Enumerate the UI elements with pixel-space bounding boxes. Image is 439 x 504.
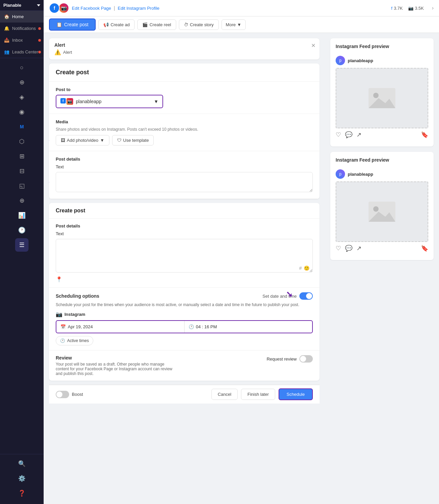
text-input-top[interactable]	[56, 172, 313, 192]
create-post-label: Create post	[64, 22, 88, 27]
finish-later-button[interactable]: Finish later	[241, 389, 275, 400]
sidebar-icon-5[interactable]: ⬡	[15, 135, 29, 148]
create-reel-button[interactable]: 🎬 Create reel	[137, 19, 176, 30]
more-button[interactable]: More ▼	[222, 19, 246, 30]
set-date-time-toggle[interactable]	[299, 292, 313, 300]
sidebar-icon-help[interactable]: ❓	[15, 487, 29, 500]
megaphone-icon: 📢	[103, 22, 109, 27]
sidebar-logo[interactable]: Planable	[0, 0, 44, 11]
sidebar-icon-meta[interactable]: M	[15, 120, 29, 133]
sidebar-icon-8[interactable]: ◱	[15, 179, 29, 193]
content-area: Alert ⚠️ Alert ✕ Create post Post to	[44, 33, 439, 504]
story-icon: ⏱	[184, 22, 188, 27]
date-time-row: 📅 Apr 19, 2024 🕐 04 : 16 PM	[56, 320, 313, 333]
add-photo-label: Add photo/video	[67, 138, 98, 143]
chevron-down-icon	[37, 4, 40, 6]
create-story-label: Create story	[190, 22, 214, 27]
photo-icon: 🖼	[61, 138, 65, 143]
app-name: Planable	[3, 3, 21, 8]
platform-row: 📷 Instagram	[56, 311, 313, 318]
emoji-icon[interactable]: 🙂	[304, 265, 309, 271]
create-post-icon: 📋	[56, 22, 62, 27]
boost-toggle[interactable]	[56, 391, 69, 398]
hashtag-icon[interactable]: #	[299, 265, 302, 271]
create-story-button[interactable]: ⏱ Create story	[179, 19, 219, 30]
alert-close-button[interactable]: ✕	[311, 42, 315, 49]
ig-username-bottom: planableapp	[348, 172, 373, 177]
sidebar-item-inbox[interactable]: 📥 Inbox	[0, 34, 44, 46]
sidebar-item-leads[interactable]: 👥 Leads Center	[0, 46, 44, 58]
use-template-button[interactable]: 🛡 Use template	[112, 135, 154, 145]
boost-group: Boost	[56, 391, 83, 398]
chevron-down-icon: ▼	[237, 22, 241, 27]
sidebar-icon-3[interactable]: ◈	[15, 90, 29, 104]
sidebar-icon-search[interactable]: 🔍	[15, 457, 29, 470]
sidebar-icon-7[interactable]: ⊟	[15, 164, 29, 178]
fb-stat-icon: f	[391, 6, 393, 11]
sidebar-icon-4[interactable]: ◉	[15, 105, 29, 119]
nav-right-arrow[interactable]: ›	[432, 5, 434, 11]
sidebar-item-home[interactable]: 🏠 Home	[0, 11, 44, 23]
account-select[interactable]: f 📷 planableapp ▼	[56, 95, 163, 108]
media-label: Media	[56, 119, 313, 124]
main-content: f 📷 Edit Facebook Page | Edit Instagram …	[44, 0, 439, 504]
sidebar-icon-9[interactable]: ⊕	[15, 194, 29, 207]
inbox-icon: 📥	[4, 38, 9, 43]
add-photo-button[interactable]: 🖼 Add photo/video ▼	[56, 135, 109, 145]
edit-instagram-link[interactable]: Edit Instagram Profile	[118, 6, 159, 11]
sidebar-item-label: Notifications	[12, 26, 36, 31]
facebook-icon: f	[49, 3, 60, 13]
create-post-button[interactable]: 📋 Create post	[49, 18, 96, 31]
alert-box: Alert ⚠️ Alert ✕	[49, 38, 320, 59]
ig-comment-icon[interactable]: 💬	[345, 131, 352, 138]
review-header: Review Your post will be saved as a draf…	[56, 355, 313, 376]
ig-like-icon[interactable]: ♡	[336, 131, 341, 138]
top-bar: f 📷 Edit Facebook Page | Edit Instagram …	[44, 0, 439, 16]
ig-image-placeholder-bottom	[336, 181, 428, 242]
sidebar-item-label: Leads Center	[12, 49, 38, 54]
text-input-bottom[interactable]	[56, 239, 313, 272]
ig-bookmark-icon-2[interactable]: 🔖	[421, 245, 428, 252]
time-cell[interactable]: 🕐 04 : 16 PM	[185, 321, 312, 333]
notification-badge	[38, 27, 41, 30]
left-panel: Alert ⚠️ Alert ✕ Create post Post to	[44, 33, 325, 504]
sidebar-item-label: Inbox	[12, 38, 23, 43]
fb-follower-count: 3.7K	[394, 6, 403, 11]
active-times-button[interactable]: 🕐 Active times	[56, 336, 93, 345]
review-title: Review	[56, 355, 177, 361]
cancel-button[interactable]: Cancel	[211, 389, 238, 400]
edit-facebook-link[interactable]: Edit Facebook Page	[72, 6, 111, 11]
ig-bookmark-icon[interactable]: 🔖	[421, 131, 428, 138]
sidebar-nav: 🏠 Home 🔔 Notifications 📥 Inbox 👥 Leads C…	[0, 11, 44, 58]
sidebar-item-notifications[interactable]: 🔔 Notifications	[0, 23, 44, 34]
create-ad-label: Create ad	[110, 22, 130, 27]
create-post-top-header: Create post	[49, 64, 320, 82]
schedule-button[interactable]: Schedule	[279, 388, 313, 400]
post-to-label: Post to	[56, 87, 313, 92]
svg-point-1	[373, 93, 379, 98]
location-icon[interactable]: 📍	[56, 276, 313, 283]
sidebar-icon-menu[interactable]: ☰	[15, 238, 29, 252]
sidebar-icon-clock[interactable]: 🕐	[15, 223, 29, 237]
ig-avatar-top: p	[336, 56, 345, 65]
ig-preview-bottom-title: Instagram Feed preview	[336, 157, 428, 163]
ig-image-placeholder-top	[336, 68, 428, 128]
ig-like-icon-2[interactable]: ♡	[336, 245, 341, 252]
sidebar-icon-1[interactable]: ○	[15, 61, 29, 74]
sidebar-icon-settings[interactable]: ⚙️	[15, 472, 29, 485]
sidebar-icon-2[interactable]: ⊕	[15, 76, 29, 89]
date-cell[interactable]: 📅 Apr 19, 2024	[56, 321, 185, 333]
ig-comment-icon-2[interactable]: 💬	[345, 245, 352, 252]
create-reel-label: Create reel	[149, 22, 171, 27]
link-divider: |	[114, 5, 115, 11]
create-ad-button[interactable]: 📢 Create ad	[98, 19, 135, 30]
request-review-toggle[interactable]	[299, 355, 313, 363]
ig-stat-icon: 📷	[408, 6, 413, 11]
ig-share-icon[interactable]: ↗	[356, 131, 361, 138]
sidebar-icon-chart[interactable]: 📊	[15, 209, 29, 222]
ig-avatar-bottom: p	[336, 169, 345, 179]
follower-stats: f 3.7K 📷 3.5K ›	[391, 5, 434, 11]
leads-badge	[38, 51, 41, 53]
ig-share-icon-2[interactable]: ↗	[356, 245, 361, 252]
sidebar-icon-6[interactable]: ⊞	[15, 150, 29, 163]
